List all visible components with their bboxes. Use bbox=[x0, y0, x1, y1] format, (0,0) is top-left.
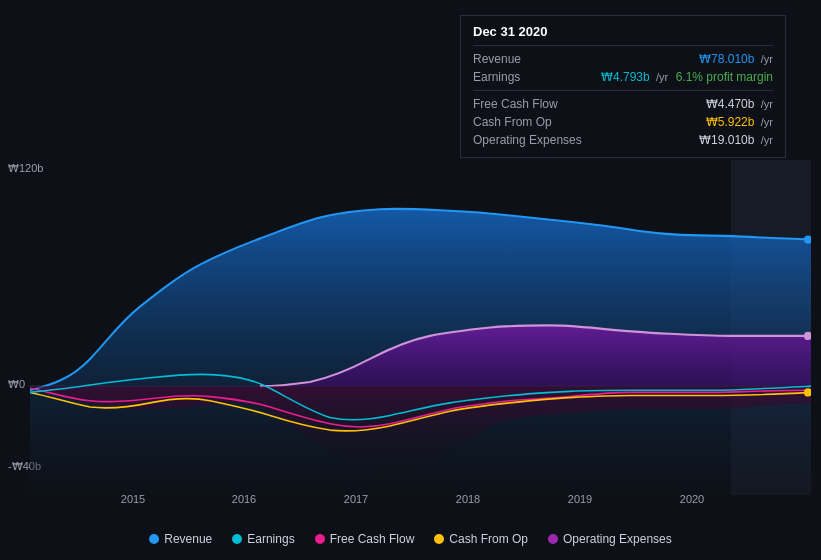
tooltip-row-earnings: Earnings ₩4.793b /yr 6.1% profit margin bbox=[473, 68, 773, 86]
legend-dot-opex bbox=[548, 534, 558, 544]
legend-label-opex: Operating Expenses bbox=[563, 532, 672, 546]
legend-item-revenue[interactable]: Revenue bbox=[149, 532, 212, 546]
tooltip-value-opex: ₩19.010b bbox=[699, 133, 754, 147]
legend-dot-earnings bbox=[232, 534, 242, 544]
tooltip-title: Dec 31 2020 bbox=[473, 24, 773, 39]
tooltip-row-cashop: Cash From Op ₩5.922b /yr bbox=[473, 113, 773, 131]
tooltip-box: Dec 31 2020 Revenue ₩78.010b /yr Earning… bbox=[460, 15, 786, 158]
tooltip-label-revenue: Revenue bbox=[473, 52, 593, 66]
tooltip-value-fcf: ₩4.470b bbox=[706, 97, 755, 111]
chart-svg bbox=[30, 160, 811, 495]
legend-item-fcf[interactable]: Free Cash Flow bbox=[315, 532, 415, 546]
chart-container: Dec 31 2020 Revenue ₩78.010b /yr Earning… bbox=[0, 0, 821, 560]
legend-label-earnings: Earnings bbox=[247, 532, 294, 546]
y-label-0: ₩0 bbox=[8, 378, 25, 391]
tooltip-row-opex: Operating Expenses ₩19.010b /yr bbox=[473, 131, 773, 149]
legend-item-earnings[interactable]: Earnings bbox=[232, 532, 294, 546]
legend-label-fcf: Free Cash Flow bbox=[330, 532, 415, 546]
tooltip-label-opex: Operating Expenses bbox=[473, 133, 593, 147]
legend-dot-cashop bbox=[434, 534, 444, 544]
profit-margin: 6.1% profit margin bbox=[676, 70, 773, 84]
legend-label-cashop: Cash From Op bbox=[449, 532, 528, 546]
tooltip-value-cashop: ₩5.922b bbox=[706, 115, 755, 129]
legend-item-cashop[interactable]: Cash From Op bbox=[434, 532, 528, 546]
tooltip-value-revenue: ₩78.010b bbox=[699, 52, 754, 66]
legend-dot-fcf bbox=[315, 534, 325, 544]
tooltip-label-fcf: Free Cash Flow bbox=[473, 97, 593, 111]
tooltip-row-fcf: Free Cash Flow ₩4.470b /yr bbox=[473, 95, 773, 113]
chart-area bbox=[30, 160, 811, 495]
tooltip-value-earnings: ₩4.793b bbox=[601, 70, 650, 84]
tooltip-label-cashop: Cash From Op bbox=[473, 115, 593, 129]
chart-legend: Revenue Earnings Free Cash Flow Cash Fro… bbox=[0, 532, 821, 546]
legend-item-opex[interactable]: Operating Expenses bbox=[548, 532, 672, 546]
legend-dot-revenue bbox=[149, 534, 159, 544]
legend-label-revenue: Revenue bbox=[164, 532, 212, 546]
tooltip-label-earnings: Earnings bbox=[473, 70, 593, 84]
tooltip-row-revenue: Revenue ₩78.010b /yr bbox=[473, 50, 773, 68]
